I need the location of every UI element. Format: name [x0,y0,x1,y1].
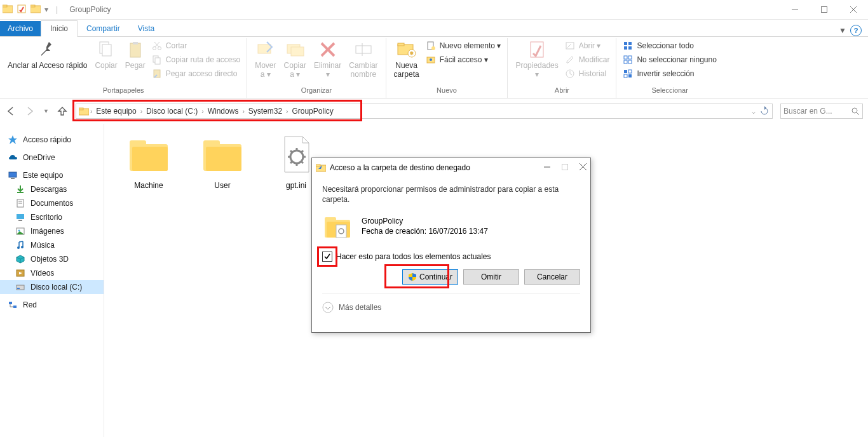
up-button[interactable] [57,105,68,117]
paste-button[interactable]: Pegar [121,38,149,71]
sidebar-desktop[interactable]: Escritorio [0,210,104,224]
dialog-checkbox-label[interactable]: Hacer esto para todos los elementos actu… [336,252,491,261]
sidebar-onedrive[interactable]: OneDrive [0,151,104,165]
maximize-button[interactable] [810,0,839,19]
sidebar-music[interactable]: Música [0,238,104,252]
move-to-button[interactable]: Mover a ▾ [251,38,280,81]
address-dropdown-icon[interactable]: ⌵ [752,108,756,115]
group-label-open: Abrir [512,86,612,98]
sidebar-downloads[interactable]: Descargas [0,182,104,196]
sidebar-documents[interactable]: Documentos [0,196,104,210]
copy-button[interactable]: Copiar [91,38,121,71]
svg-rect-11 [130,43,140,57]
svg-line-83 [301,161,303,163]
qat-folder-icon[interactable] [31,4,41,16]
recent-dropdown[interactable]: ▼ [43,108,49,114]
paste-shortcut-button[interactable]: Pegar acceso directo [152,67,240,80]
sidebar-3d-objects[interactable]: Objetos 3D [0,252,104,266]
ribbon-group-organize: Mover a ▾ Copiar a ▾ Eliminar ▾ Cambiar … [247,38,386,98]
svg-rect-10 [102,44,111,56]
navigation-bar: ▼ › Este equipo › Disco local (C:) › Win… [0,98,868,124]
svg-rect-4 [31,5,35,7]
delete-button[interactable]: Eliminar ▾ [310,38,345,81]
tab-file[interactable]: Archivo [0,21,41,36]
sidebar-quick-access[interactable]: Acceso rápido [0,133,104,147]
refresh-icon[interactable] [759,106,770,116]
folder-item-machine[interactable]: Machine [117,131,180,190]
easy-access-button[interactable]: Fácil acceso ▾ [426,53,501,66]
svg-point-34 [430,58,432,61]
search-box[interactable]: Buscar en G... [780,104,863,119]
forward-button[interactable] [24,105,36,117]
svg-rect-36 [566,43,574,49]
history-button[interactable]: Historial [565,67,610,80]
new-item-button[interactable]: Nuevo elemento ▾ [426,39,501,52]
breadcrumb-item[interactable]: GroupPolicy [289,107,336,116]
dialog-folder-name: GroupPolicy [362,217,488,225]
sidebar-label: Red [23,300,37,309]
cut-button[interactable]: Cortar [152,39,240,52]
breadcrumb-chevron-icon[interactable]: › [242,108,244,115]
svg-point-52 [852,108,857,113]
tab-share[interactable]: Compartir [78,21,129,36]
rename-button[interactable]: Cambiar nombre [345,38,381,81]
help-button[interactable]: ? [850,25,862,36]
dialog-skip-button[interactable]: Omitir [463,269,519,285]
pin-button[interactable]: Anclar al Acceso rápido [4,38,91,71]
dialog-cancel-button[interactable]: Cancelar [524,269,580,285]
dialog-checkbox[interactable] [322,252,332,262]
sidebar-images[interactable]: Imágenes [0,224,104,238]
tab-home[interactable]: Inicio [41,20,78,37]
svg-rect-44 [624,60,627,64]
back-button[interactable] [5,105,17,117]
svg-point-32 [431,46,435,50]
new-folder-button[interactable]: ✹ Nueva carpeta [390,38,423,81]
edit-button[interactable]: Modificar [565,53,610,66]
svg-rect-25 [356,46,371,53]
svg-rect-42 [624,56,627,59]
dialog-folder-icon [316,163,326,173]
dialog-more-details[interactable]: Más detalles [322,293,580,313]
svg-point-65 [21,246,24,248]
address-bar[interactable]: › Este equipo › Disco local (C:) › Windo… [76,104,773,119]
select-all-button[interactable]: Seleccionar todo [623,39,716,52]
dialog-continue-button[interactable]: Continuar [402,269,458,285]
open-button[interactable]: Abrir ▾ [565,39,610,52]
select-none-button[interactable]: No seleccionar ninguno [623,53,716,66]
tab-view[interactable]: Vista [129,21,163,36]
svg-rect-76 [206,147,241,171]
close-button[interactable] [839,0,868,19]
sidebar-label: Este equipo [23,171,63,180]
breadcrumb-item[interactable]: Este equipo [93,107,139,116]
svg-rect-68 [17,288,20,289]
dialog-close-button[interactable] [580,163,587,172]
navigation-pane: Acceso rápido OneDrive Este equipo Desca… [0,124,104,437]
sidebar-disk-c[interactable]: Disco local (C:) [0,280,104,294]
sidebar-network[interactable]: Red [0,298,104,312]
breadcrumb-item[interactable]: Disco local (C:) [144,107,200,116]
minimize-button[interactable] [780,0,810,19]
copy-path-button[interactable]: Copiar ruta de acceso [152,53,240,66]
group-label-new: Nuevo [390,86,504,98]
copy-to-button[interactable]: Copiar a ▾ [280,38,310,81]
invert-selection-button[interactable]: Invertir selección [623,67,716,80]
breadcrumb-chevron-icon[interactable]: › [286,108,288,115]
dialog-folder-info: GroupPolicy Fecha de creación: 16/07/201… [322,211,580,241]
breadcrumb-chevron-icon[interactable]: › [140,108,142,115]
breadcrumb-item[interactable]: System32 [246,107,285,116]
qat-props-icon[interactable] [17,4,27,16]
breadcrumb-chevron-icon[interactable]: › [90,108,92,115]
folder-item-user[interactable]: User [191,131,254,190]
ribbon-collapse-button[interactable]: ▼ [835,26,850,35]
svg-rect-18 [155,58,160,64]
svg-rect-60 [17,214,24,219]
dialog-minimize-button[interactable] [544,163,550,172]
select-all-label: Seleccionar todo [637,39,693,52]
sidebar-this-pc[interactable]: Este equipo [0,168,104,182]
breadcrumb-chevron-icon[interactable]: › [201,108,203,115]
qat-dropdown-icon[interactable]: ▾ [44,5,48,14]
sidebar-videos[interactable]: Vídeos [0,266,104,280]
properties-button[interactable]: Propiedades ▾ [512,38,562,81]
svg-text:✹: ✹ [409,50,414,57]
breadcrumb-item[interactable]: Windows [205,107,241,116]
